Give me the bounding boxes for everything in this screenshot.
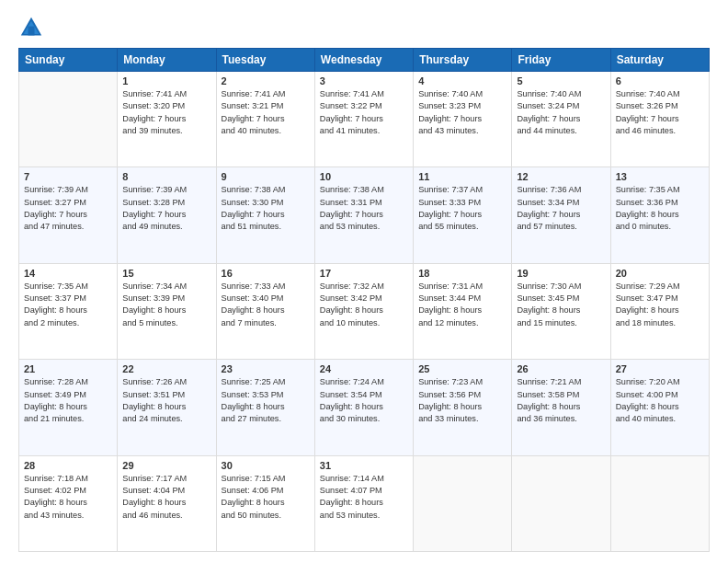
day-number: 10	[320, 171, 408, 182]
calendar-day-cell: 25Sunrise: 7:23 AMSunset: 3:56 PMDayligh…	[414, 360, 512, 455]
day-info: Sunrise: 7:20 AMSunset: 4:00 PMDaylight:…	[616, 376, 704, 425]
day-info: Sunrise: 7:14 AMSunset: 4:07 PMDaylight:…	[320, 473, 408, 522]
day-number: 29	[122, 460, 210, 471]
calendar-day-header: Monday	[118, 49, 216, 72]
calendar-day-cell: 1Sunrise: 7:41 AMSunset: 3:20 PMDaylight…	[118, 72, 216, 167]
calendar-day-header: Sunday	[19, 49, 118, 72]
calendar-day-cell: 30Sunrise: 7:15 AMSunset: 4:06 PMDayligh…	[216, 455, 314, 551]
calendar-day-cell	[19, 72, 118, 167]
day-info: Sunrise: 7:40 AMSunset: 3:24 PMDaylight:…	[517, 88, 605, 137]
day-number: 19	[517, 268, 605, 279]
day-info: Sunrise: 7:35 AMSunset: 3:37 PMDaylight:…	[24, 281, 112, 329]
day-info: Sunrise: 7:39 AMSunset: 3:28 PMDaylight:…	[122, 184, 210, 233]
day-info: Sunrise: 7:36 AMSunset: 3:34 PMDaylight:…	[517, 184, 605, 233]
day-number: 28	[24, 460, 112, 471]
day-number: 26	[517, 363, 605, 374]
day-number: 5	[517, 75, 605, 86]
calendar-day-cell: 18Sunrise: 7:31 AMSunset: 3:44 PMDayligh…	[414, 263, 512, 359]
calendar-week-row: 7Sunrise: 7:39 AMSunset: 3:27 PMDaylight…	[19, 167, 710, 263]
calendar-header-row: SundayMondayTuesdayWednesdayThursdayFrid…	[19, 49, 710, 72]
day-number: 25	[418, 363, 506, 374]
day-info: Sunrise: 7:26 AMSunset: 3:51 PMDaylight:…	[122, 376, 210, 425]
day-info: Sunrise: 7:15 AMSunset: 4:06 PMDaylight:…	[222, 473, 310, 522]
calendar-day-cell: 17Sunrise: 7:32 AMSunset: 3:42 PMDayligh…	[314, 263, 413, 359]
day-info: Sunrise: 7:38 AMSunset: 3:30 PMDaylight:…	[222, 184, 310, 233]
day-info: Sunrise: 7:33 AMSunset: 3:40 PMDaylight:…	[222, 281, 310, 329]
calendar-day-cell: 28Sunrise: 7:18 AMSunset: 4:02 PMDayligh…	[19, 455, 118, 551]
day-number: 27	[616, 363, 704, 374]
calendar-day-header: Thursday	[414, 49, 512, 72]
calendar-day-cell: 31Sunrise: 7:14 AMSunset: 4:07 PMDayligh…	[314, 455, 413, 551]
day-number: 12	[517, 171, 605, 182]
calendar-day-header: Wednesday	[314, 49, 413, 72]
day-number: 7	[24, 171, 112, 182]
calendar-day-cell: 24Sunrise: 7:24 AMSunset: 3:54 PMDayligh…	[314, 360, 413, 455]
day-info: Sunrise: 7:21 AMSunset: 3:58 PMDaylight:…	[517, 376, 605, 425]
calendar-day-header: Saturday	[610, 49, 709, 72]
calendar-day-header: Friday	[512, 49, 610, 72]
day-number: 8	[122, 171, 210, 182]
day-number: 31	[320, 460, 408, 471]
day-number: 4	[418, 75, 506, 86]
calendar-day-cell: 10Sunrise: 7:38 AMSunset: 3:31 PMDayligh…	[314, 167, 413, 263]
day-info: Sunrise: 7:18 AMSunset: 4:02 PMDaylight:…	[24, 473, 112, 522]
day-number: 13	[616, 171, 704, 182]
day-info: Sunrise: 7:35 AMSunset: 3:36 PMDaylight:…	[616, 184, 704, 233]
day-number: 15	[122, 268, 210, 279]
calendar-day-cell: 20Sunrise: 7:29 AMSunset: 3:47 PMDayligh…	[610, 263, 709, 359]
calendar-day-cell: 3Sunrise: 7:41 AMSunset: 3:22 PMDaylight…	[314, 72, 413, 167]
calendar-day-cell: 12Sunrise: 7:36 AMSunset: 3:34 PMDayligh…	[512, 167, 610, 263]
day-info: Sunrise: 7:30 AMSunset: 3:45 PMDaylight:…	[517, 281, 605, 329]
day-number: 24	[320, 363, 408, 374]
day-info: Sunrise: 7:29 AMSunset: 3:47 PMDaylight:…	[616, 281, 704, 329]
calendar-table: SundayMondayTuesdayWednesdayThursdayFrid…	[18, 48, 710, 552]
day-number: 30	[222, 460, 310, 471]
calendar-day-cell: 23Sunrise: 7:25 AMSunset: 3:53 PMDayligh…	[216, 360, 314, 455]
day-info: Sunrise: 7:40 AMSunset: 3:26 PMDaylight:…	[616, 88, 704, 137]
day-number: 20	[616, 268, 704, 279]
day-number: 23	[222, 363, 310, 374]
calendar-day-cell: 5Sunrise: 7:40 AMSunset: 3:24 PMDaylight…	[512, 72, 610, 167]
logo-icon	[18, 15, 44, 40]
calendar-day-cell: 7Sunrise: 7:39 AMSunset: 3:27 PMDaylight…	[19, 167, 118, 263]
day-info: Sunrise: 7:39 AMSunset: 3:27 PMDaylight:…	[24, 184, 112, 233]
calendar-day-cell	[512, 455, 610, 551]
day-info: Sunrise: 7:34 AMSunset: 3:39 PMDaylight:…	[122, 281, 210, 329]
day-number: 16	[222, 268, 310, 279]
day-info: Sunrise: 7:23 AMSunset: 3:56 PMDaylight:…	[418, 376, 506, 425]
day-info: Sunrise: 7:17 AMSunset: 4:04 PMDaylight:…	[122, 473, 210, 522]
page: SundayMondayTuesdayWednesdayThursdayFrid…	[0, 0, 728, 563]
day-info: Sunrise: 7:41 AMSunset: 3:22 PMDaylight:…	[320, 88, 408, 137]
calendar-week-row: 28Sunrise: 7:18 AMSunset: 4:02 PMDayligh…	[19, 455, 710, 551]
calendar-day-cell: 8Sunrise: 7:39 AMSunset: 3:28 PMDaylight…	[118, 167, 216, 263]
logo	[18, 15, 48, 40]
day-info: Sunrise: 7:41 AMSunset: 3:21 PMDaylight:…	[222, 88, 310, 137]
calendar-day-cell: 6Sunrise: 7:40 AMSunset: 3:26 PMDaylight…	[610, 72, 709, 167]
calendar-day-cell: 13Sunrise: 7:35 AMSunset: 3:36 PMDayligh…	[610, 167, 709, 263]
day-number: 11	[418, 171, 506, 182]
calendar-day-cell: 14Sunrise: 7:35 AMSunset: 3:37 PMDayligh…	[19, 263, 118, 359]
day-number: 2	[222, 75, 310, 86]
day-info: Sunrise: 7:24 AMSunset: 3:54 PMDaylight:…	[320, 376, 408, 425]
calendar-day-cell: 11Sunrise: 7:37 AMSunset: 3:33 PMDayligh…	[414, 167, 512, 263]
calendar-day-cell: 29Sunrise: 7:17 AMSunset: 4:04 PMDayligh…	[118, 455, 216, 551]
calendar-day-cell: 4Sunrise: 7:40 AMSunset: 3:23 PMDaylight…	[414, 72, 512, 167]
calendar-day-cell: 16Sunrise: 7:33 AMSunset: 3:40 PMDayligh…	[216, 263, 314, 359]
calendar-day-header: Tuesday	[216, 49, 314, 72]
header	[18, 15, 710, 40]
day-number: 22	[122, 363, 210, 374]
day-number: 1	[122, 75, 210, 86]
day-number: 3	[320, 75, 408, 86]
calendar-day-cell: 27Sunrise: 7:20 AMSunset: 4:00 PMDayligh…	[610, 360, 709, 455]
day-info: Sunrise: 7:28 AMSunset: 3:49 PMDaylight:…	[24, 376, 112, 425]
calendar-day-cell: 9Sunrise: 7:38 AMSunset: 3:30 PMDaylight…	[216, 167, 314, 263]
day-info: Sunrise: 7:31 AMSunset: 3:44 PMDaylight:…	[418, 281, 506, 329]
calendar-week-row: 14Sunrise: 7:35 AMSunset: 3:37 PMDayligh…	[19, 263, 710, 359]
day-number: 21	[24, 363, 112, 374]
calendar-week-row: 21Sunrise: 7:28 AMSunset: 3:49 PMDayligh…	[19, 360, 710, 455]
day-info: Sunrise: 7:32 AMSunset: 3:42 PMDaylight:…	[320, 281, 408, 329]
calendar-day-cell	[610, 455, 709, 551]
day-info: Sunrise: 7:37 AMSunset: 3:33 PMDaylight:…	[418, 184, 506, 233]
calendar-week-row: 1Sunrise: 7:41 AMSunset: 3:20 PMDaylight…	[19, 72, 710, 167]
svg-rect-2	[28, 27, 35, 36]
